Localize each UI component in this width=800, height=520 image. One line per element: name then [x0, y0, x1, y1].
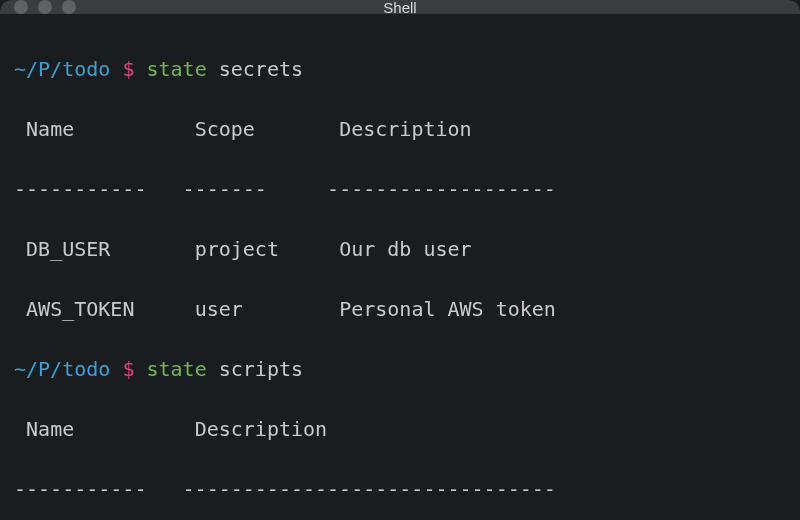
terminal-body[interactable]: ~/P/todo $ state secrets Name Scope Desc… [0, 14, 800, 520]
window-title: Shell [0, 0, 800, 16]
maximize-icon[interactable] [62, 0, 76, 14]
secret-scope: user [195, 297, 243, 321]
prompt-path: ~/P/todo [14, 357, 110, 381]
col-scope: Scope [195, 117, 255, 141]
col-name: Name [26, 117, 74, 141]
command-exec: state [146, 57, 206, 81]
prompt-path: ~/P/todo [14, 57, 110, 81]
table-rule: ----------- ------- ------------------- [14, 174, 786, 204]
col-desc: Description [195, 417, 327, 441]
secret-desc: Our db user [339, 237, 471, 261]
prompt-symbol: $ [122, 357, 134, 381]
secret-desc: Personal AWS token [339, 297, 556, 321]
terminal-window: Shell ~/P/todo $ state secrets Name Scop… [0, 0, 800, 520]
prompt-line: ~/P/todo $ state scripts [14, 354, 786, 384]
minimize-icon[interactable] [38, 0, 52, 14]
table-header-row: Name Description [14, 414, 786, 444]
col-name: Name [26, 417, 74, 441]
prompt-symbol: $ [122, 57, 134, 81]
titlebar: Shell [0, 0, 800, 14]
window-controls [14, 0, 76, 14]
table-row: AWS_TOKEN user Personal AWS token [14, 294, 786, 324]
command-args: secrets [219, 57, 303, 81]
command-args: scripts [219, 357, 303, 381]
command-exec: state [146, 357, 206, 381]
col-desc: Description [339, 117, 471, 141]
secret-name: AWS_TOKEN [26, 297, 134, 321]
prompt-line: ~/P/todo $ state secrets [14, 54, 786, 84]
table-rule: ----------- ----------------------------… [14, 474, 786, 504]
table-header-row: Name Scope Description [14, 114, 786, 144]
secret-scope: project [195, 237, 279, 261]
close-icon[interactable] [14, 0, 28, 14]
secret-name: DB_USER [26, 237, 110, 261]
table-row: DB_USER project Our db user [14, 234, 786, 264]
